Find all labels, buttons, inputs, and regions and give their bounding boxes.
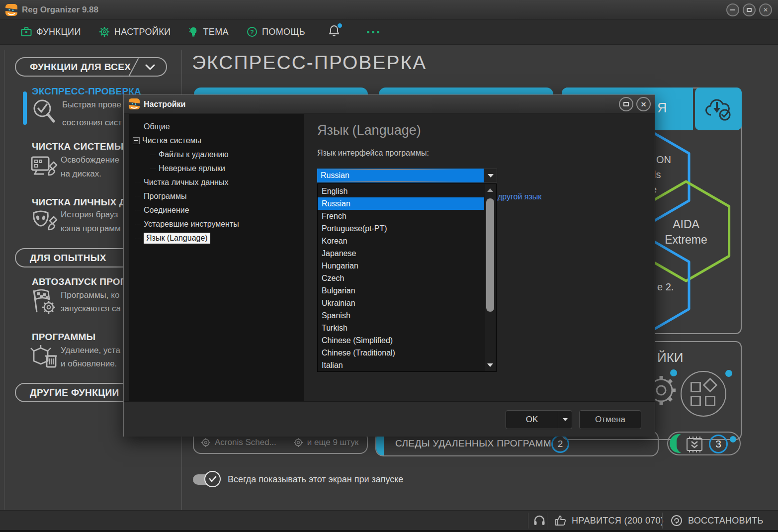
menu-help[interactable]: ? ПОМОЩЬ (240, 22, 312, 41)
sidebar-item-desc: и обновление. (61, 359, 117, 369)
tree-item[interactable]: Общие (129, 120, 304, 134)
language-option[interactable]: Hungarian (318, 260, 484, 272)
sidebar-item-title: АВТОЗАПУСК ПРОГРА (32, 276, 138, 287)
app-window: Reg Organizer 9.88 ✕ ФУНКЦИИ (0, 0, 778, 532)
notification-dot (730, 436, 736, 443)
language-option[interactable]: Bulgarian (318, 284, 484, 297)
menubar: ФУНКЦИИ НАСТРОЙКИ ТЕМА (0, 20, 778, 45)
maximize-button[interactable] (743, 3, 756, 16)
language-option[interactable]: Czech (318, 272, 484, 284)
sidebar-group-all[interactable]: ФУНКЦИИ ДЛЯ ВСЕХ (15, 57, 167, 77)
updates-pill[interactable]: 3 (667, 432, 741, 455)
tree-item[interactable]: Чистка личных данных (129, 176, 304, 189)
sidebar-item-title: ЧИСТКА СИСТЕМЫ (32, 141, 124, 152)
sidebar-item-desc: на дисках. (61, 169, 101, 179)
language-option[interactable]: Chinese (Simplified) (318, 334, 484, 347)
tree-expander-icon[interactable] (133, 137, 140, 144)
tree-item[interactable]: Неверные ярлыки (129, 162, 304, 176)
gear-icon (99, 26, 110, 37)
updates-count-badge: 3 (709, 435, 728, 453)
traces-label: СЛЕДЫ УДАЛЕННЫХ ПРОГРАММ (395, 438, 551, 449)
language-option[interactable]: Italian (318, 359, 484, 371)
ok-dropdown-button[interactable] (558, 411, 572, 429)
support-button[interactable] (533, 511, 546, 531)
tree-item-label: Чистка системы (142, 136, 201, 145)
sidebar-item-desc: Быстрая прове (62, 100, 121, 110)
statusbar: НРАВИТСЯ (200 070) ВОССТАНОВИТЬ (0, 510, 778, 530)
language-option[interactable]: Spanish (318, 309, 484, 322)
panel-header: Язык (Language) (317, 123, 421, 138)
tree-item[interactable]: Чистка системы (129, 134, 304, 148)
app-logo-icon (5, 3, 18, 16)
like-label: НРАВИТСЯ (200 070) (572, 516, 664, 526)
language-option[interactable]: English (318, 185, 484, 197)
tree-item-label: Чистка личных данных (144, 178, 228, 187)
hex-top-text: ON (656, 154, 671, 166)
close-button[interactable]: ✕ (759, 3, 772, 16)
hex-aida-label: AIDA Extreme (646, 217, 726, 248)
magnifier-check-icon (30, 97, 59, 126)
tree-item[interactable]: Файлы к удалению (129, 148, 304, 162)
language-option[interactable]: Russian (318, 197, 484, 210)
monitor-brush-icon (30, 153, 59, 182)
hex-bottom-text: e 2. (657, 281, 674, 293)
tree-item[interactable]: Устаревшие инструменты (129, 217, 304, 231)
menu-theme[interactable]: ТЕМА (181, 22, 236, 41)
dialog-title: Настройки (144, 95, 185, 113)
restore-button[interactable]: ВОССТАНОВИТЬ (670, 511, 764, 531)
startup-app-name: Acronis Sched... (215, 438, 276, 447)
tree-item-label: Файлы к удалению (159, 150, 228, 159)
chevron-down-icon (145, 64, 155, 71)
cancel-label: Отмена (595, 415, 625, 425)
dialog-minimize-button[interactable] (619, 97, 633, 111)
tree-item-label: Общие (144, 122, 170, 131)
scrollbar-thumb[interactable] (486, 198, 494, 312)
language-combobox-button[interactable] (484, 169, 497, 182)
cancel-button[interactable]: Отмена (579, 410, 641, 429)
minimize-button[interactable] (726, 3, 739, 16)
sidebar-item-title: ЧИСТКА ЛИЧНЫХ ДА (32, 197, 133, 208)
dialog-titlebar[interactable]: Настройки ✕ (124, 95, 655, 113)
language-label: Язык интерфейса программы: (317, 149, 429, 158)
dialog-footer: OK Отмена (124, 401, 655, 437)
sidebar-item-desc: Освобождение (61, 155, 119, 165)
show-on-startup-toggle[interactable] (193, 471, 221, 488)
tree-item[interactable]: Язык (Language) (129, 231, 304, 245)
dialog-close-button[interactable]: ✕ (636, 97, 651, 111)
toggle-knob (204, 471, 221, 487)
language-option[interactable]: Ukrainian (318, 297, 484, 309)
language-combobox[interactable]: Russian (317, 169, 484, 182)
language-listbox[interactable]: EnglishRussianFrenchPortuguese(pt-PT)Kor… (317, 183, 497, 372)
sidebar-item-desc: История брауз (61, 210, 118, 220)
ok-button[interactable]: OK (506, 410, 572, 429)
app-title: Reg Organizer 9.88 (22, 0, 98, 20)
scroll-up-icon[interactable] (487, 188, 493, 192)
listbox-scrollbar[interactable] (485, 184, 496, 371)
ok-label: OK (506, 415, 558, 425)
page-title: ЭКСПРЕСС-ПРОВЕРКА (192, 52, 427, 74)
more-menu-button[interactable] (362, 27, 384, 37)
titlebar: Reg Organizer 9.88 ✕ (0, 0, 778, 20)
language-option[interactable]: Japanese (318, 247, 484, 260)
notifications-button[interactable] (323, 21, 345, 42)
tree-item-label: Устаревшие инструменты (144, 220, 239, 229)
scroll-down-icon[interactable] (487, 363, 493, 367)
tree-connector (136, 182, 141, 183)
language-option[interactable]: French (318, 210, 484, 222)
menu-settings[interactable]: НАСТРОЙКИ (92, 22, 178, 41)
flag-gear-icon (30, 287, 59, 316)
tree-item[interactable]: Соединение (129, 203, 304, 217)
language-option[interactable]: Portuguese(pt-PT) (318, 222, 484, 235)
like-button[interactable]: НРАВИТСЯ (200 070) (555, 511, 664, 531)
language-option[interactable]: Chinese (Traditional) (318, 347, 484, 359)
sidebar-item-title: ПРОГРАММЫ (32, 332, 95, 343)
language-option[interactable]: Korean (318, 235, 484, 247)
other-language-link[interactable]: другой язык (498, 192, 541, 201)
menu-functions[interactable]: ФУНКЦИИ (14, 23, 88, 41)
tree-item[interactable]: Программы (129, 189, 304, 203)
sidebar-group-expert-label: ДЛЯ ОПЫТНЫХ (30, 253, 106, 264)
sidebar-group-other-label: ДРУГИЕ ФУНКЦИИ (30, 387, 119, 398)
tree-connector (136, 224, 141, 225)
language-option[interactable]: Turkish (318, 322, 484, 334)
sidebar-edge-line (4, 50, 5, 510)
